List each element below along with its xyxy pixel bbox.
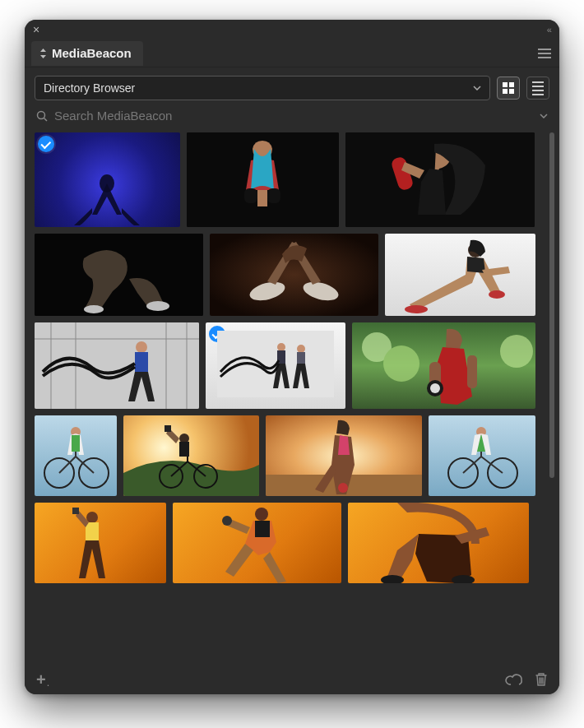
svg-point-10 [146,301,169,311]
svg-point-13 [301,279,341,304]
svg-point-47 [338,483,348,493]
asset-thumb[interactable] [348,503,529,583]
svg-point-32 [500,335,533,368]
search-icon [36,110,48,122]
asset-thumb[interactable] [35,415,117,496]
asset-thumb[interactable] [35,234,203,316]
selected-check-icon [38,136,54,152]
svg-rect-6 [257,190,267,206]
gallery [25,129,559,665]
svg-point-12 [248,279,287,304]
svg-point-26 [277,343,285,351]
svg-point-35 [430,383,440,393]
close-icon[interactable]: × [33,24,39,35]
chevron-down-icon [473,86,481,90]
svg-rect-5 [267,188,280,203]
tab-row: MediaBeacon [25,39,559,67]
asset-thumb[interactable] [429,415,535,496]
footer: +. [25,665,559,694]
grid-icon [503,82,514,94]
tab-label: MediaBeacon [52,46,132,60]
asset-thumb[interactable] [173,503,341,583]
svg-rect-44 [179,442,189,457]
asset-thumb[interactable] [206,322,345,409]
tab-mediabeacon[interactable]: MediaBeacon [31,41,143,66]
svg-point-0 [38,111,45,118]
toolbar: Directory Browser [25,67,559,105]
asset-thumb[interactable] [210,234,378,316]
asset-thumb[interactable] [35,132,180,227]
view-list-button[interactable] [526,77,549,100]
directory-select-value: Directory Browser [44,81,135,95]
svg-point-16 [489,290,505,299]
asset-thumb[interactable] [35,322,199,409]
directory-select[interactable]: Directory Browser [35,76,490,100]
asset-thumb[interactable] [123,415,259,496]
asset-thumb[interactable] [345,132,535,227]
asset-thumb[interactable] [352,322,535,409]
search-row [25,105,559,129]
svg-rect-56 [255,521,270,537]
svg-point-28 [297,345,305,353]
svg-point-15 [405,305,428,313]
list-icon [532,81,544,95]
svg-point-55 [255,508,268,521]
svg-rect-4 [244,188,257,203]
svg-rect-53 [86,522,99,542]
svg-rect-54 [72,508,79,514]
add-button[interactable]: +. [36,670,46,689]
svg-point-11 [84,305,104,313]
view-grid-button[interactable] [497,77,520,100]
titlebar: × ‹‹ [25,20,559,39]
asset-thumb[interactable] [385,234,535,316]
sort-icon [39,49,47,58]
asset-thumb[interactable] [35,503,166,583]
asset-thumb[interactable] [266,415,422,496]
svg-line-1 [44,118,48,121]
creative-cloud-icon[interactable] [505,673,523,686]
svg-point-23 [136,341,147,353]
svg-rect-40 [72,435,80,452]
svg-point-57 [222,516,232,526]
svg-rect-29 [297,352,305,365]
svg-rect-45 [165,425,171,432]
svg-point-31 [383,345,419,382]
svg-rect-24 [135,352,148,373]
svg-point-52 [86,512,98,523]
trash-icon[interactable] [535,672,548,687]
panel-menu-icon[interactable] [538,49,551,58]
collapse-icon[interactable]: ‹‹ [547,25,551,35]
svg-rect-36 [467,355,477,388]
search-input[interactable] [54,109,533,123]
search-expand-icon[interactable] [540,114,548,118]
mediabeacon-panel: × ‹‹ MediaBeacon Directory Browser [25,20,559,694]
scrollbar-thumb[interactable] [549,132,554,478]
asset-thumb[interactable] [187,132,339,227]
